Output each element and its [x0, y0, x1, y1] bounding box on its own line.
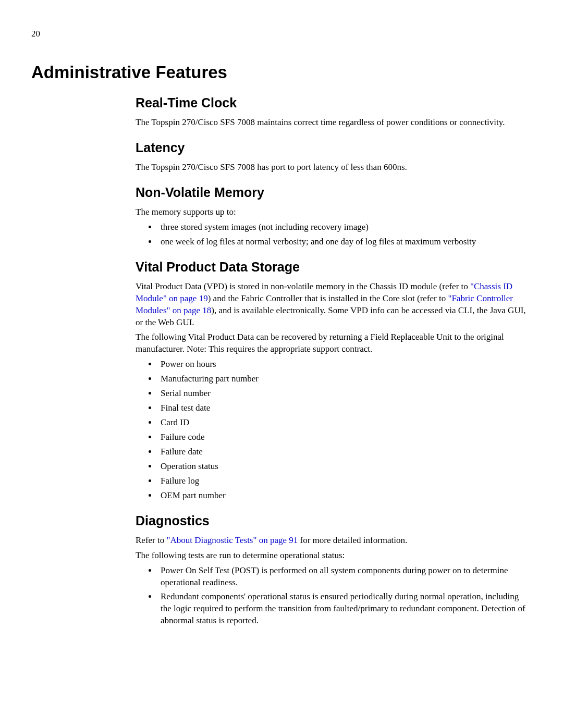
heading-vpd: Vital Product Data Storage — [136, 260, 532, 275]
paragraph: The memory supports up to: — [136, 206, 532, 218]
list-item: Power on hours — [157, 359, 532, 371]
paragraph: Vital Product Data (VPD) is stored in no… — [136, 281, 532, 329]
list-item: Failure code — [157, 431, 532, 443]
list: Power On Self Test (POST) is performed o… — [136, 565, 532, 627]
list-item: Redundant components' operational status… — [157, 591, 532, 627]
list-item: Power On Self Test (POST) is performed o… — [157, 565, 532, 589]
list-item: Manufacturing part number — [157, 373, 532, 385]
section-real-time-clock: Real-Time Clock The Topspin 270/Cisco SF… — [136, 95, 532, 129]
text: Refer to — [136, 535, 166, 545]
link-about-diagnostic-tests[interactable]: "About Diagnostic Tests" on page 91 — [166, 535, 298, 545]
list: Power on hours Manufacturing part number… — [136, 359, 532, 501]
list: three stored system images (not includin… — [136, 221, 532, 248]
section-latency: Latency The Topspin 270/Cisco SFS 7008 h… — [136, 140, 532, 174]
list-item: Final test date — [157, 402, 532, 414]
heading-nvm: Non-Volatile Memory — [136, 185, 532, 200]
paragraph: Refer to "About Diagnostic Tests" on pag… — [136, 535, 532, 547]
page-number: 20 — [31, 29, 532, 39]
section-non-volatile-memory: Non-Volatile Memory The memory supports … — [136, 185, 532, 248]
paragraph: The following Vital Product Data can be … — [136, 331, 532, 355]
heading-latency: Latency — [136, 140, 532, 155]
content-body: Real-Time Clock The Topspin 270/Cisco SF… — [136, 95, 532, 627]
text: for more detailed information. — [298, 535, 407, 545]
list-item: Serial number — [157, 388, 532, 400]
heading-1: Administrative Features — [31, 63, 532, 82]
list-item: one week of log files at normal verbosit… — [157, 236, 532, 248]
list-item: Card ID — [157, 417, 532, 429]
list-item: Failure log — [157, 475, 532, 487]
list-item: three stored system images (not includin… — [157, 221, 532, 233]
list-item: Failure date — [157, 446, 532, 458]
heading-diagnostics: Diagnostics — [136, 513, 532, 528]
section-diagnostics: Diagnostics Refer to "About Diagnostic T… — [136, 513, 532, 627]
paragraph: The Topspin 270/Cisco SFS 7008 has port … — [136, 162, 532, 174]
list-item: Operation status — [157, 461, 532, 473]
paragraph: The Topspin 270/Cisco SFS 7008 maintains… — [136, 117, 532, 129]
paragraph: The following tests are run to determine… — [136, 550, 532, 562]
text: Vital Product Data (VPD) is stored in no… — [136, 281, 470, 291]
section-vpd: Vital Product Data Storage Vital Product… — [136, 260, 532, 502]
text: ) and the Fabric Controller that is inst… — [208, 293, 448, 303]
heading-rtc: Real-Time Clock — [136, 95, 532, 110]
list-item: OEM part number — [157, 490, 532, 502]
